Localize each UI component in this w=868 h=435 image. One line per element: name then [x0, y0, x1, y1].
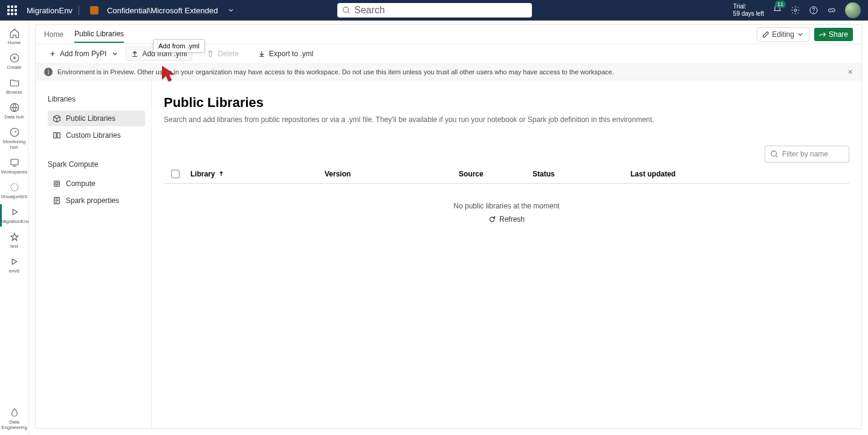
rail-label: env0 — [9, 268, 19, 274]
svg-rect-10 — [57, 133, 60, 138]
sort-asc-icon — [218, 170, 225, 178]
tabs-row: Home Public Libraries Add from .yml Edit… — [36, 25, 861, 44]
search-icon — [342, 6, 351, 14]
sp-label: Spark properties — [66, 196, 119, 205]
package-icon — [53, 114, 61, 123]
sp-custom-libraries[interactable]: Custom Libraries — [48, 127, 145, 143]
grid-header: Library Version Source Status Last updat… — [164, 165, 849, 184]
rail-env0[interactable]: env0 — [0, 254, 28, 276]
rail-workspaces[interactable]: Workspaces — [0, 155, 28, 177]
org-breadcrumb[interactable]: Confidential\Microsoft Extended — [107, 6, 218, 15]
svg-point-3 — [814, 12, 814, 13]
rail-label: Browse — [6, 89, 22, 95]
svg-point-8 — [11, 184, 18, 191]
refresh-button[interactable]: Refresh — [488, 215, 525, 224]
filter-input[interactable]: Filter by name — [765, 146, 849, 163]
svg-rect-7 — [11, 160, 18, 165]
properties-icon — [53, 196, 61, 205]
svg-rect-11 — [54, 181, 60, 187]
custom-icon — [53, 131, 61, 140]
help-icon[interactable] — [809, 5, 818, 15]
side-panel: Libraries Public Libraries Custom Librar… — [36, 80, 152, 428]
rail-label: Monitoring hub — [0, 139, 28, 150]
col-library[interactable]: Library — [190, 170, 317, 178]
page-title: Public Libraries — [164, 95, 849, 111]
export-yml-label: Export to .yml — [269, 50, 313, 58]
info-banner: i Environment is in Preview. Other users… — [36, 64, 861, 80]
rail-test[interactable]: test — [0, 229, 28, 251]
rail-data-engineering[interactable]: Data Engineering — [0, 405, 28, 435]
col-source[interactable]: Source — [459, 170, 525, 178]
sp-compute[interactable]: Compute — [48, 176, 145, 192]
page-description: Search and add libraries from public rep… — [164, 115, 849, 124]
trash-icon — [207, 50, 214, 57]
add-from-pypi-button[interactable]: Add from PyPI — [44, 47, 123, 60]
chevron-down-icon — [797, 31, 804, 38]
chevron-down-icon[interactable] — [227, 7, 235, 14]
share-icon — [819, 31, 826, 38]
search-icon — [770, 150, 779, 158]
settings-icon[interactable] — [791, 5, 800, 15]
rail-label: Workspaces — [1, 169, 28, 175]
rail-migrationenv[interactable]: MigrationEnv — [0, 204, 28, 227]
select-all-checkbox[interactable] — [171, 170, 180, 178]
tab-public-libraries[interactable]: Public Libraries — [74, 26, 124, 43]
rail-datahub[interactable]: Data hub — [0, 100, 28, 122]
add-pypi-label: Add from PyPI — [60, 50, 106, 58]
editing-label: Editing — [772, 30, 794, 39]
col-last-updated[interactable]: Last updated — [630, 170, 842, 178]
tab-home[interactable]: Home — [44, 27, 63, 42]
notification-badge: 11 — [775, 1, 786, 8]
chevron-down-icon — [111, 50, 118, 57]
avatar[interactable] — [845, 2, 861, 18]
filter-placeholder: Filter by name — [782, 150, 828, 158]
editing-button[interactable]: Editing — [757, 27, 809, 42]
sp-label: Custom Libraries — [66, 131, 121, 140]
rail-create[interactable]: Create — [0, 50, 28, 72]
empty-state: No public libraries at the moment Refres… — [164, 184, 849, 243]
delete-button: Delete — [202, 47, 244, 60]
left-rail: Home Create Browse Data hub Monitoring h… — [0, 21, 29, 435]
plus-icon — [49, 50, 56, 57]
close-banner-button[interactable]: ✕ — [847, 68, 853, 76]
col-status[interactable]: Status — [533, 170, 623, 178]
delete-label: Delete — [218, 50, 239, 58]
sp-label: Public Libraries — [66, 114, 115, 123]
rail-label: ShuaijunWS — [1, 194, 27, 199]
svg-rect-9 — [54, 133, 56, 138]
banner-text: Environment is in Preview. Other users i… — [57, 68, 614, 76]
rail-shuaijunws[interactable]: ShuaijunWS — [0, 179, 28, 202]
rail-label: MigrationEnv — [1, 219, 30, 224]
sp-public-libraries[interactable]: Public Libraries — [48, 111, 145, 126]
rail-label: Data Engineering — [0, 419, 28, 430]
notifications-button[interactable]: 11 — [772, 4, 782, 16]
svg-point-13 — [771, 151, 777, 156]
env-name[interactable]: MigrationEnv — [23, 6, 79, 15]
search-placeholder: Search — [354, 5, 385, 16]
rail-home[interactable]: Home — [0, 25, 28, 48]
rail-label: test — [10, 243, 18, 249]
trial-label: Trial: — [733, 3, 764, 10]
cursor-pointer-overlay — [161, 65, 178, 82]
download-icon — [258, 50, 265, 57]
rail-label: Data hub — [4, 114, 24, 120]
link-icon[interactable] — [827, 5, 837, 15]
org-logo-icon — [90, 6, 99, 14]
rail-label: Home — [8, 40, 21, 45]
svg-point-0 — [343, 7, 349, 13]
trial-status: Trial: 59 days left — [733, 3, 764, 18]
trial-days: 59 days left — [733, 10, 764, 18]
sp-spark-properties[interactable]: Spark properties — [48, 193, 145, 208]
export-yml-button[interactable]: Export to .yml — [253, 47, 318, 60]
waffle-icon[interactable] — [7, 5, 17, 15]
share-button[interactable]: Share — [814, 28, 853, 41]
refresh-icon — [488, 216, 496, 223]
share-label: Share — [829, 30, 848, 39]
col-version[interactable]: Version — [325, 170, 452, 178]
sp-label: Compute — [66, 179, 96, 188]
rail-monitoring[interactable]: Monitoring hub — [0, 124, 28, 152]
rail-browse[interactable]: Browse — [0, 75, 28, 97]
search-input[interactable]: Search — [337, 3, 532, 18]
info-icon: i — [44, 68, 53, 76]
empty-text: No public libraries at the moment — [164, 202, 849, 210]
